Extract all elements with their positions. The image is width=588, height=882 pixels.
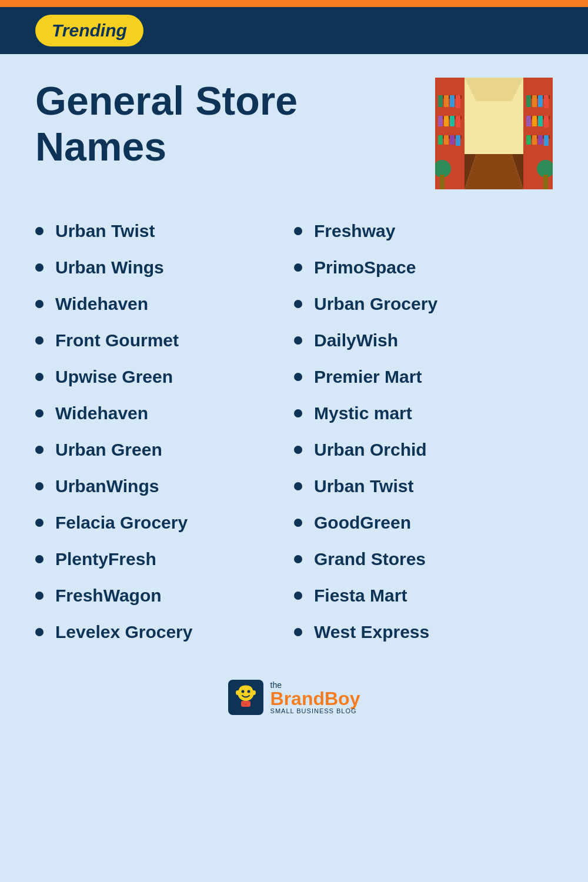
store-name-label: Levelex Grocery	[55, 622, 192, 642]
svg-rect-6	[444, 95, 449, 107]
svg-rect-34	[544, 135, 549, 146]
bullet-icon	[294, 263, 302, 272]
store-name-label: Mystic mart	[314, 403, 412, 423]
bullet-icon	[294, 409, 302, 417]
store-name-label: Urban Green	[55, 440, 162, 460]
list-item: Urban Green	[35, 432, 294, 468]
list-item: UrbanWings	[35, 468, 294, 505]
store-name-label: Urban Orchid	[314, 440, 427, 460]
list-item: DailyWish	[294, 322, 553, 359]
brand-text: the BrandBoy SMALL BUSINESS BLOG	[270, 681, 360, 714]
bullet-icon	[294, 300, 302, 308]
bullet-icon	[35, 373, 44, 381]
bullet-icon	[35, 227, 44, 235]
bullet-icon	[294, 555, 302, 563]
store-name-label: Fiesta Mart	[314, 586, 407, 606]
store-name-label: DailyWish	[314, 330, 398, 350]
brandboy-logo-icon	[228, 680, 263, 715]
svg-rect-40	[440, 175, 445, 189]
brand-tagline-label: SMALL BUSINESS BLOG	[270, 708, 360, 714]
names-grid: Urban TwistUrban WingsWidehavenFront Gou…	[35, 213, 553, 650]
bullet-icon	[35, 519, 44, 527]
svg-rect-31	[526, 135, 531, 145]
svg-rect-28	[538, 116, 543, 126]
store-name-label: PrimoSpace	[314, 258, 416, 278]
store-name-label: Widehaven	[55, 294, 148, 314]
list-item: Widehaven	[35, 286, 294, 322]
bullet-icon	[294, 446, 302, 454]
bullet-icon	[35, 263, 44, 272]
list-item: Fiesta Mart	[294, 577, 553, 614]
header-band: Trending	[0, 7, 588, 54]
trending-badge: Trending	[35, 15, 143, 46]
page-title: General Store Names	[35, 78, 423, 169]
footer: the BrandBoy SMALL BUSINESS BLOG	[35, 680, 553, 715]
brand-logo: the BrandBoy SMALL BUSINESS BLOG	[228, 680, 360, 715]
bullet-icon	[35, 555, 44, 563]
svg-rect-29	[544, 116, 549, 128]
store-name-label: Urban Wings	[55, 258, 164, 278]
store-name-label: Upwise Green	[55, 367, 173, 387]
list-item: Urban Twist	[294, 468, 553, 505]
svg-point-48	[252, 690, 256, 695]
svg-point-46	[247, 690, 250, 693]
svg-rect-23	[538, 95, 543, 107]
list-item: Widehaven	[35, 395, 294, 432]
svg-point-47	[236, 690, 239, 695]
bullet-icon	[35, 446, 44, 454]
left-column: Urban TwistUrban WingsWidehavenFront Gou…	[35, 213, 294, 650]
list-item: Urban Orchid	[294, 432, 553, 468]
list-item: PrimoSpace	[294, 249, 553, 286]
list-item: Upwise Green	[35, 359, 294, 395]
store-name-label: Urban Grocery	[314, 294, 437, 314]
store-name-label: GoodGreen	[314, 513, 411, 533]
store-name-label: Premier Mart	[314, 367, 422, 387]
svg-rect-18	[456, 135, 460, 146]
bullet-icon	[35, 628, 44, 636]
bullet-icon	[35, 300, 44, 308]
bullet-icon	[294, 336, 302, 345]
list-item: PlentyFresh	[35, 541, 294, 577]
list-item: Freshway	[294, 213, 553, 249]
svg-rect-32	[532, 135, 537, 145]
list-item: Urban Twist	[35, 213, 294, 249]
svg-rect-11	[444, 116, 449, 126]
svg-rect-13	[456, 116, 460, 128]
store-name-label: PlentyFresh	[55, 549, 156, 569]
bullet-icon	[294, 373, 302, 381]
list-item: GoodGreen	[294, 505, 553, 541]
bullet-icon	[35, 336, 44, 345]
right-column: FreshwayPrimoSpaceUrban GroceryDailyWish…	[294, 213, 553, 650]
svg-rect-17	[450, 135, 455, 145]
svg-rect-26	[526, 116, 531, 126]
bullet-icon	[294, 227, 302, 235]
list-item: FreshWagon	[35, 577, 294, 614]
list-item: Front Gourmet	[35, 322, 294, 359]
svg-rect-7	[450, 95, 455, 107]
bullet-icon	[35, 482, 44, 490]
bullet-icon	[294, 592, 302, 600]
store-name-label: Front Gourmet	[55, 330, 179, 350]
list-item: Grand Stores	[294, 541, 553, 577]
bullet-icon	[294, 482, 302, 490]
svg-rect-12	[450, 116, 455, 126]
svg-rect-33	[538, 135, 543, 145]
bullet-icon	[294, 628, 302, 636]
list-item: Urban Grocery	[294, 286, 553, 322]
svg-rect-15	[438, 135, 443, 145]
svg-rect-24	[544, 95, 549, 108]
main-content: General Store Names	[0, 54, 588, 762]
list-item: Mystic mart	[294, 395, 553, 432]
store-illustration	[435, 78, 553, 189]
svg-rect-10	[438, 116, 443, 126]
list-item: Felacia Grocery	[35, 505, 294, 541]
svg-rect-5	[438, 95, 443, 107]
store-name-label: Urban Twist	[55, 221, 155, 241]
bullet-icon	[35, 592, 44, 600]
brand-name-label: BrandBoy	[270, 689, 360, 708]
store-name-label: Urban Twist	[314, 476, 413, 496]
svg-rect-22	[532, 95, 537, 107]
svg-point-45	[241, 690, 244, 693]
list-item: Levelex Grocery	[35, 614, 294, 650]
svg-rect-27	[532, 116, 537, 126]
